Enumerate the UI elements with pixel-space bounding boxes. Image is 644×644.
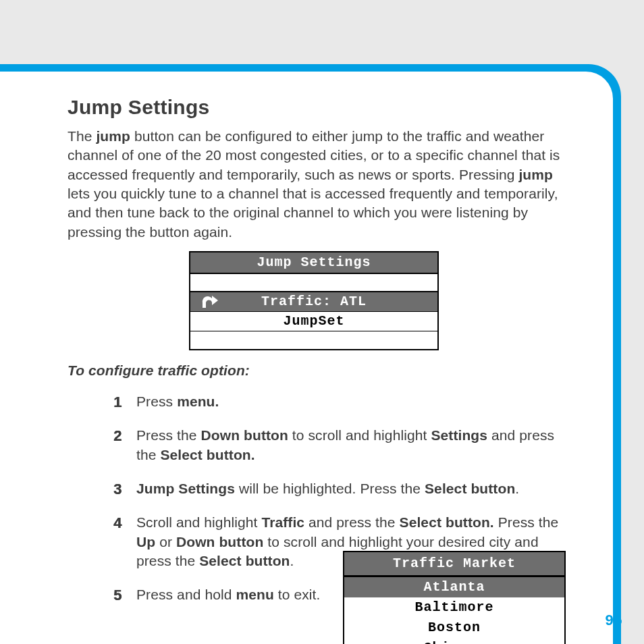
step-bold: Up (136, 534, 155, 549)
lcd-blank-row (190, 274, 437, 292)
page-title: Jump Settings (68, 96, 560, 119)
step-text: Press and hold (136, 587, 236, 602)
step-bold: Settings (431, 427, 487, 443)
step-text: to exit. (274, 587, 321, 602)
step-bold: Select button (425, 481, 515, 496)
lcd-header: Traffic Market (344, 552, 564, 576)
step-bold: menu. (177, 394, 219, 409)
step-bold: Jump Settings (136, 481, 235, 496)
step-1: Press menu. (113, 392, 560, 411)
document-page: Jump Settings The jump button can be con… (0, 0, 644, 644)
lcd-header: Jump Settings (190, 252, 437, 274)
step-text: . (515, 481, 519, 496)
page-content: Jump Settings The jump button can be con… (0, 72, 613, 644)
step-text: to scroll and highlight (288, 427, 431, 443)
steps-list: Press menu. Press the Down button to scr… (68, 392, 560, 605)
intro-text: button can be configured to either jump … (68, 128, 560, 182)
step-text: will be highlighted. Press the (235, 481, 425, 496)
step-2: Press the Down button to scroll and high… (113, 426, 560, 464)
step-4: Scroll and highlight Traffic and press t… (113, 513, 560, 570)
lcd-blank-row (190, 331, 437, 349)
intro-text: lets you quickly tune to a channel that … (68, 186, 558, 240)
lcd-selected-row: Traffic: ATL (190, 292, 437, 312)
step-3: Jump Settings will be highlighted. Press… (113, 479, 560, 498)
step-text: and press the (304, 514, 399, 530)
step-5: Press and hold menu to exit. (113, 585, 560, 604)
step-bold: Select button. (160, 447, 254, 462)
lcd-row: Chicago (344, 638, 564, 644)
step-bold: Down button (201, 427, 288, 443)
intro-bold-jump-1: jump (96, 128, 130, 144)
step-text: Press the (136, 427, 201, 443)
step-text: or (155, 534, 176, 549)
step-text: . (290, 553, 294, 568)
intro-text: The (68, 128, 96, 144)
lcd-row: Boston (344, 618, 564, 638)
step-bold: Traffic (261, 514, 304, 530)
step-text: Press (136, 394, 177, 409)
configure-subhead: To configure traffic option: (68, 363, 560, 379)
lcd-selected-label: Traffic: ATL (261, 294, 367, 309)
intro-paragraph: The jump button can be configured to eit… (68, 127, 560, 242)
step-bold: Down button (176, 534, 263, 549)
step-bold: Select button. (400, 514, 494, 530)
intro-bold-jump-2: jump (518, 167, 553, 182)
page-number: 95 (606, 612, 622, 629)
lcd-jump-settings: Jump Settings Traffic: ATL JumpSet (189, 251, 439, 350)
lcd-row: JumpSet (190, 312, 437, 331)
step-bold: Select button (199, 553, 290, 568)
jump-arrow-icon (200, 294, 219, 309)
step-text: Press the (494, 514, 559, 530)
step-bold: menu (236, 587, 273, 602)
step-text: Scroll and highlight (136, 514, 261, 530)
